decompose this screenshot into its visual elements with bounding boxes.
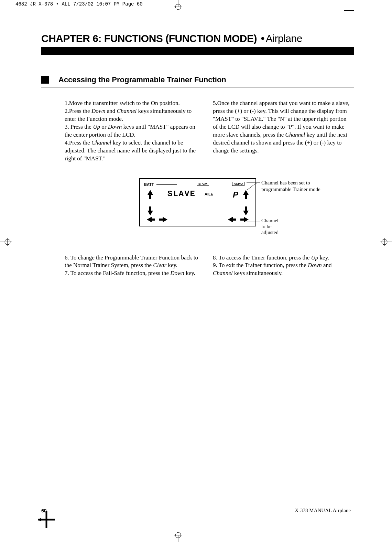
step-3d: Down	[108, 124, 122, 130]
column-right-top: 5.Once the channel appears that you want…	[213, 99, 351, 163]
step-9e: keys simultaneously.	[233, 270, 283, 276]
lcd-aile-text: AILE	[205, 192, 213, 196]
arrow-horizontal-icon	[147, 217, 167, 222]
column-right-bottom: 8. To access the Timer function, press t…	[213, 254, 351, 278]
print-job-header: 4682 JR X-378 • ALL 7/23/02 10:07 PM Pag…	[15, 1, 143, 7]
step-6b: Clear	[153, 262, 166, 268]
page-content: CHAPTER 6: FUNCTIONS (FUNCTION MODE) •Ai…	[41, 14, 354, 523]
callout-line-icon	[247, 182, 260, 224]
column-left-bottom: 6. To change the Programmable Trainer Fu…	[65, 254, 203, 278]
step-5b: Channel	[285, 131, 305, 138]
step-7b: Down	[170, 270, 184, 276]
step-3b: Up	[93, 124, 100, 130]
columns-top: 1.Move the transmitter switch to the On …	[41, 99, 354, 163]
lcd-figure: BATT SPCM ACRO SLAVE AILE P	[41, 178, 354, 226]
step-8c: key.	[318, 254, 329, 261]
lcd-batt-label: BATT	[144, 182, 154, 187]
chapter-bar	[41, 47, 354, 55]
arrow-down-icon	[148, 206, 153, 215]
step-9b: Down	[308, 262, 322, 268]
callout-2: Channel to be adjusted	[261, 218, 279, 235]
lcd-acro-badge: ACRO	[232, 182, 245, 186]
crop-mark-left	[0, 235, 14, 249]
section-rule	[41, 87, 354, 87]
lcd-spcm-badge: SPCM	[197, 182, 209, 186]
column-left-top: 1.Move the transmitter switch to the On …	[65, 99, 203, 163]
step-4b: Channel	[91, 139, 111, 146]
step-2c: and	[106, 108, 117, 114]
section-marker-icon	[41, 76, 49, 84]
step-4a: 4.Press the	[65, 139, 91, 146]
svg-marker-16	[148, 206, 153, 215]
step-3a: 3. Press the	[65, 124, 93, 130]
chapter-title: CHAPTER 6: FUNCTIONS (FUNCTION MODE) •Ai…	[41, 33, 354, 44]
step-8b: Up	[311, 254, 318, 261]
step-9c: and	[322, 262, 332, 268]
arrow-up-icon	[148, 190, 153, 199]
step-9a: 9. To exit the Trainer function, press t…	[213, 262, 308, 268]
step-2b: Down	[91, 108, 106, 114]
svg-marker-15	[148, 190, 153, 199]
lcd-slave-text: SLAVE	[167, 189, 196, 199]
step-9d: Channel	[213, 270, 233, 276]
crop-mark-right	[378, 235, 392, 249]
footer-text: X-378 MANUAL Airplane	[295, 508, 351, 513]
columns-bottom: 6. To change the Programmable Trainer Fu…	[41, 254, 354, 278]
chapter-subtitle: Airplane	[266, 33, 302, 44]
step-8a: 8. To access the Timer function, press t…	[213, 254, 311, 261]
svg-marker-14	[38, 518, 41, 521]
svg-marker-19	[147, 217, 155, 222]
svg-marker-21	[228, 217, 236, 222]
step-6a: 6. To change the Programmable Trainer Fu…	[65, 254, 198, 269]
lcd-p-text: P	[233, 190, 238, 200]
step-7a: 7. To access the Fail-Safe function, pre…	[65, 270, 170, 276]
step-1: 1.Move the transmitter switch to the On …	[65, 100, 180, 106]
crop-mark-top	[171, 0, 185, 10]
svg-marker-20	[159, 217, 167, 222]
step-2d: Channel	[117, 108, 137, 114]
arrow-horizontal-icon	[228, 217, 249, 222]
step-7c: key.	[184, 270, 195, 276]
lcd-box: BATT SPCM ACRO SLAVE AILE P	[139, 178, 256, 226]
separator-icon: •	[260, 33, 266, 44]
step-6c: key.	[166, 262, 177, 268]
page-number: 60	[41, 508, 47, 513]
lcd-batt-bar-icon	[156, 184, 177, 185]
chapter-title-text: CHAPTER 6: FUNCTIONS (FUNCTION MODE)	[41, 33, 257, 44]
step-2a: 2.Press the	[65, 108, 91, 114]
section-title: Accessing the Programmable Trainer Funct…	[58, 75, 226, 84]
footer-rule	[41, 504, 354, 504]
crop-mark-bottom	[171, 532, 185, 542]
step-3c: or	[100, 124, 108, 130]
callout-1: Channel has been set to programmable Tra…	[261, 180, 337, 193]
section-header: Accessing the Programmable Trainer Funct…	[41, 75, 354, 84]
